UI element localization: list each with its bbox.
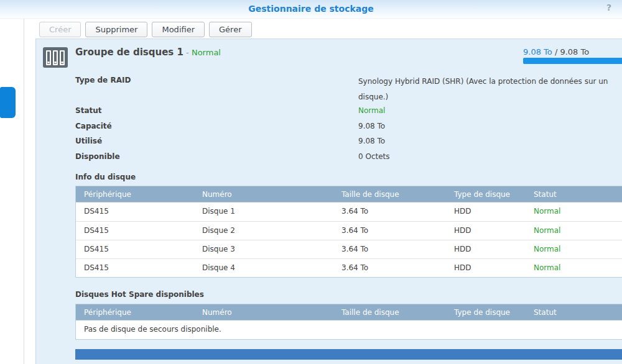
cell-device: DS415	[76, 222, 194, 240]
raid-type-label: Type de RAID	[75, 76, 131, 84]
toolbar: Créer Supprimer Modifier Gérer	[25, 19, 622, 39]
available-label: Disponible	[75, 152, 120, 161]
window-title: Gestionnaire de stockage	[0, 0, 622, 18]
usage-separator: /	[552, 47, 560, 57]
status-label: Statut	[75, 106, 102, 115]
header-number: Numéro	[194, 304, 333, 320]
used-value: 9.08 To	[358, 137, 385, 145]
cell-device: DS415	[76, 259, 194, 277]
cell-status: Normal	[526, 202, 622, 221]
hot-spare-title: Disques Hot Spare disponibles	[75, 290, 204, 299]
cell-type: HDD	[446, 222, 526, 240]
header-device: Périphérique	[76, 186, 194, 202]
cell-size: 3.64 To	[333, 222, 446, 240]
disk-info-header-row: Périphérique Numéro Taille de disque Typ…	[76, 186, 622, 202]
usage-used: 9.08 To	[523, 47, 552, 57]
disk-group-icon	[43, 47, 68, 68]
usage-total: 9.08 To	[560, 47, 589, 57]
cell-type: HDD	[446, 202, 526, 221]
hot-spare-table: Périphérique Numéro Taille de disque Typ…	[75, 304, 622, 340]
table-row: DS415 Disque 1 3.64 To HDD Normal	[76, 202, 622, 221]
cell-number: Disque 3	[194, 240, 333, 258]
raid-type-value: Synology Hybrid RAID (SHR) (Avec la prot…	[358, 74, 622, 105]
cell-number: Disque 1	[194, 202, 333, 221]
cell-size: 3.64 To	[333, 259, 446, 277]
cell-number: Disque 2	[194, 222, 333, 240]
window-left-margin	[0, 19, 24, 364]
cell-device: DS415	[76, 202, 194, 221]
table-row: DS415 Disque 4 3.64 To HDD Normal	[76, 258, 622, 277]
group-title: Groupe de disques 1	[75, 47, 183, 58]
storage-manager-window: Gestionnaire de stockage ? Créer Supprim…	[0, 0, 622, 364]
header-status: Statut	[526, 304, 622, 320]
cell-size: 3.64 To	[333, 202, 446, 221]
header-type: Type de disque	[446, 186, 526, 202]
next-section-bar	[75, 349, 622, 360]
header-type: Type de disque	[446, 304, 526, 320]
header-size: Taille de disque	[333, 304, 446, 320]
cell-status: Normal	[526, 259, 622, 277]
hot-spare-header-row: Périphérique Numéro Taille de disque Typ…	[76, 304, 622, 321]
create-button[interactable]: Créer	[39, 22, 81, 37]
header-size: Taille de disque	[333, 186, 446, 202]
status-value: Normal	[358, 106, 385, 115]
manage-button[interactable]: Gérer	[209, 22, 251, 37]
header-device: Périphérique	[76, 304, 194, 320]
table-row: DS415 Disque 2 3.64 To HDD Normal	[76, 221, 622, 240]
window-titlebar: Gestionnaire de stockage ?	[0, 0, 622, 19]
group-header: Groupe de disques 1 - Normal	[75, 47, 221, 58]
capacity-label: Capacité	[75, 122, 112, 130]
usage-progressbar	[523, 58, 622, 64]
cell-size: 3.64 To	[333, 240, 446, 258]
cell-number: Disque 4	[194, 259, 333, 277]
content-panel: Groupe de disques 1 - Normal 9.08 To / 9…	[35, 39, 622, 364]
used-label: Utilisé	[75, 137, 102, 145]
header-number: Numéro	[194, 186, 333, 202]
group-title-separator: -	[183, 48, 192, 57]
capacity-value: 9.08 To	[358, 122, 385, 130]
cell-status: Normal	[526, 240, 622, 258]
cell-type: HDD	[446, 240, 526, 258]
header-status: Statut	[526, 186, 622, 202]
help-icon[interactable]: ?	[606, 2, 611, 12]
disk-info-title: Info du disque	[75, 173, 136, 181]
available-value: 0 Octets	[358, 152, 390, 161]
cell-status: Normal	[526, 222, 622, 240]
desktop-side-tab[interactable]	[0, 87, 16, 118]
cell-device: DS415	[76, 240, 194, 258]
disk-info-table: Périphérique Numéro Taille de disque Typ…	[75, 186, 622, 278]
table-row: DS415 Disque 3 3.64 To HDD Normal	[76, 240, 622, 258]
group-status-badge: Normal	[192, 48, 221, 57]
modify-button[interactable]: Modifier	[152, 22, 205, 37]
delete-button[interactable]: Supprimer	[85, 22, 147, 37]
capacity-usage-text: 9.08 To / 9.08 To	[523, 47, 589, 57]
cell-type: HDD	[446, 259, 526, 277]
hot-spare-empty-message: Pas de disque de secours disponible.	[76, 321, 622, 339]
